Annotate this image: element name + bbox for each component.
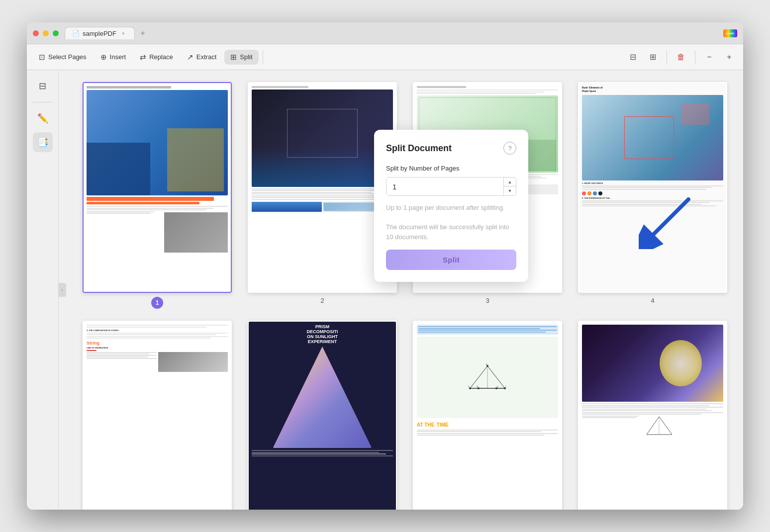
page-3-number: 3 <box>485 297 489 304</box>
svg-text:N: N <box>497 385 498 388</box>
minimize-button[interactable] <box>43 30 49 36</box>
pdf-icon: 📄 <box>72 30 80 37</box>
pdf-tab[interactable]: 📄 samplePDF × <box>65 27 135 39</box>
svg-text:B: B <box>468 385 470 388</box>
sidebar-divider-1 <box>33 102 53 102</box>
toolbar-right: ⊟ ⊞ 🗑 − + <box>625 49 737 65</box>
toolbar-divider-2 <box>667 50 667 64</box>
page-thumbnail-7[interactable]: A B C M N AT THE TIME <box>413 321 562 510</box>
number-spinners: ▲ ▼ <box>503 177 516 195</box>
dialog-info-line2: The document will be successfully split … <box>386 223 509 241</box>
spinner-down-button[interactable]: ▼ <box>504 186 516 195</box>
dialog-split-button[interactable]: Split <box>386 250 516 270</box>
select-pages-icon: ⊡ <box>39 53 45 62</box>
extract-icon: ↗ <box>187 53 193 62</box>
page-item-5[interactable]: 3. THE COMPOSITION OF POINTS String LINE… <box>83 321 232 510</box>
svg-text:C: C <box>505 385 507 388</box>
page-thumbnail-4[interactable]: Basic Elements ofPlane Space 1. KNOW THE… <box>578 82 727 293</box>
tab-title: samplePDF <box>83 30 116 37</box>
extract-label: Extract <box>196 53 216 61</box>
page-item-8[interactable]: 8 <box>578 321 727 510</box>
toolbar: ⊡ Select Pages ⊕ Insert ⇄ Replace ↗ Extr… <box>27 44 743 70</box>
page-grid-wrapper: 1 <box>67 70 743 510</box>
zoom-out-button[interactable]: − <box>701 49 717 65</box>
split-label: Split <box>240 53 252 61</box>
toolbar-divider-3 <box>695 50 695 64</box>
traffic-lights <box>33 30 59 36</box>
dialog-info: Up to 1 page per document after splittin… <box>386 203 516 242</box>
select-pages-label: Select Pages <box>48 53 87 61</box>
insert-button[interactable]: ⊕ Insert <box>95 50 132 65</box>
dialog-info-line1: Up to 1 page per document after splittin… <box>386 204 504 211</box>
split-dialog: Split Document ? Split by Number of Page… <box>374 130 528 282</box>
page-1-badge: 1 <box>151 297 163 309</box>
replace-button[interactable]: ⇄ Replace <box>134 50 179 65</box>
dialog-title: Split Document <box>386 143 452 154</box>
page-item-4[interactable]: Basic Elements ofPlane Space 1. KNOW THE… <box>578 82 727 309</box>
title-bar: 📄 samplePDF × + wwdc <box>27 22 743 44</box>
insert-icon: ⊕ <box>100 53 107 62</box>
delete-button[interactable]: 🗑 <box>673 49 689 65</box>
toolbar-divider-1 <box>263 50 263 64</box>
extract-button[interactable]: ↗ Extract <box>181 50 222 65</box>
sidebar-pages-button[interactable]: 📑 <box>33 132 53 152</box>
spinner-up-button[interactable]: ▲ <box>504 177 516 186</box>
page-thumbnail-1[interactable] <box>83 82 232 293</box>
dialog-header: Split Document ? <box>386 142 516 155</box>
zoom-in-button[interactable]: + <box>721 49 737 65</box>
tab-add-button[interactable]: + <box>137 27 149 39</box>
insert-label: Insert <box>110 53 126 61</box>
svg-text:A: A <box>486 363 487 365</box>
page-view-button[interactable]: ⊟ <box>625 49 641 65</box>
select-pages-button[interactable]: ⊡ Select Pages <box>33 50 93 65</box>
page-thumbnail-8[interactable] <box>578 321 727 510</box>
tab-bar: 📄 samplePDF × + <box>65 27 723 39</box>
page-4-number: 4 <box>651 297 654 304</box>
page-item-1[interactable]: 1 <box>83 82 232 309</box>
replace-label: Replace <box>149 53 173 61</box>
app-window: 📄 samplePDF × + wwdc ⊡ Select Pages ⊕ In… <box>27 22 743 510</box>
main-content: ⊟ ✏️ 📑 › <box>27 70 743 510</box>
split-number-input[interactable] <box>386 178 503 195</box>
page-thumbnail-6[interactable]: PRISMDECOMPOSITION SUNLIGHTEXPERIMENT <box>248 321 397 510</box>
dialog-help-button[interactable]: ? <box>503 142 516 155</box>
tab-close-button[interactable]: × <box>119 29 127 37</box>
grid-view-button[interactable]: ⊞ <box>645 49 661 65</box>
dialog-section-label: Split by Number of Pages <box>386 165 516 172</box>
split-icon: ⊞ <box>230 53 237 62</box>
sidebar-thumbnails-button[interactable]: ⊟ <box>33 76 53 96</box>
replace-icon: ⇄ <box>140 53 146 62</box>
sidebar-annotations-button[interactable]: ✏️ <box>33 108 53 128</box>
svg-text:M: M <box>477 385 478 388</box>
fullscreen-button[interactable] <box>53 30 59 36</box>
sidebar: ⊟ ✏️ 📑 <box>27 70 59 510</box>
page-item-7[interactable]: A B C M N AT THE TIME <box>413 321 562 510</box>
page-2-number: 2 <box>320 297 324 304</box>
svg-marker-13 <box>647 417 672 435</box>
page-thumbnail-5[interactable]: 3. THE COMPOSITION OF POINTS String LINE… <box>83 321 232 510</box>
close-button[interactable] <box>33 30 39 36</box>
sidebar-expand-button[interactable]: › <box>58 283 66 297</box>
split-button[interactable]: ⊞ Split <box>224 50 258 65</box>
number-input-wrapper: ▲ ▼ <box>386 177 516 196</box>
wwdc-badge: wwdc <box>723 29 737 37</box>
title-bar-right: wwdc <box>723 29 737 37</box>
page-item-6[interactable]: PRISMDECOMPOSITION SUNLIGHTEXPERIMENT <box>248 321 397 510</box>
